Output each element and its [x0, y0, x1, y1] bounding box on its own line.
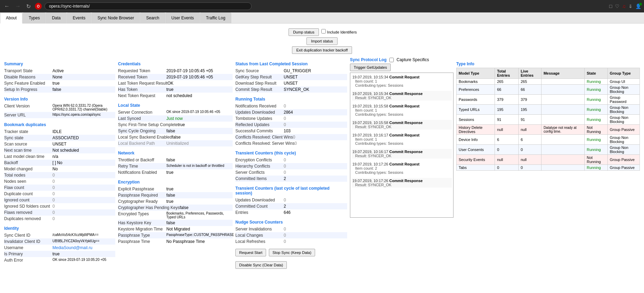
- local-state-section: Server ConnectionOK since 2019-07-19 10:…: [118, 109, 233, 146]
- encryption-section: Explicit Passphrasetrue Passphrase Requi…: [118, 186, 233, 245]
- browser-chrome: ← → ↻ O □ ♡ ♫ ⇓ 👤: [0, 0, 644, 12]
- disable-sync-button[interactable]: Disable Sync (Clear Data): [235, 261, 287, 269]
- kv-reflected-updates: Reflected Updates0: [235, 122, 347, 128]
- include-identifiers-label: Include Identifiers: [327, 30, 357, 34]
- kv-passphrase-required: Passphrase Requiredfalse: [118, 192, 233, 198]
- kv-requested-token: Requested Token2019-07-19 10:05:45 +05: [118, 68, 233, 74]
- tab-types[interactable]: Types: [23, 12, 46, 23]
- kv-received-token: Received Token2019-07-19 10:05:46 +05: [118, 74, 233, 80]
- trigger-get-updates-tab[interactable]: Trigger GetUpdates: [350, 64, 391, 71]
- summary-title: Summary: [4, 62, 115, 66]
- bookmark-duplicates-title: Bookmark duplicates: [4, 122, 115, 127]
- kv-server-connection: Server ConnectionOK since 2019-07-19 10:…: [118, 109, 233, 115]
- sync-protocol-log-title: Sync Protocol Log: [350, 57, 387, 62]
- kv-committed-count-last: Committed Count2: [235, 203, 347, 209]
- kv-has-keystore-key: Has Keystore Keyfalse: [118, 220, 233, 226]
- col-group-type: Group Type: [607, 68, 640, 79]
- kv-passphrase-type: Passphrase TypePassphraseType::CUSTOM_PA…: [118, 232, 233, 238]
- col-live-entries: Live Entries: [518, 68, 541, 79]
- column-2: Credentials Requested Token2019-07-19 10…: [118, 57, 235, 245]
- music-btn[interactable]: ♫: [622, 3, 626, 9]
- table-row: Passwords 379 379 Running Group Password: [457, 95, 640, 105]
- kv-notifications-received: Notifications Received0: [235, 103, 347, 109]
- include-identifiers-checkbox[interactable]: [321, 29, 326, 34]
- identity-section: Sync Client ID/caMoVu54cKXczMjdItPMA== I…: [4, 232, 115, 263]
- kv-total-nodes: Total nodes0: [4, 172, 115, 178]
- kv-conflicts-client: Conflicts Resolved: Client Wins0: [235, 134, 347, 140]
- table-row: History Delete Directives null null Data…: [457, 125, 640, 135]
- kv-entries-last: Entries646: [235, 209, 347, 216]
- kv-tracker-state: Tracker stateIDLE: [4, 129, 115, 135]
- table-row: Device Info 6 6 Running Group Non Blocki…: [457, 135, 640, 145]
- kv-retry-time: Retry TimeScheduler is not in backoff or…: [118, 163, 233, 169]
- col-message: Message: [541, 68, 584, 79]
- kv-keystore-migration-time: Keystore Migration TimeNot Migrated: [118, 226, 233, 232]
- request-start-button[interactable]: Request Start: [235, 249, 266, 256]
- running-totals-section: Notifications Received0 Updates Download…: [235, 103, 347, 146]
- profile-btn[interactable]: 👤: [635, 3, 641, 9]
- sync-log-area[interactable]: 19.07.2019, 10:15:34 Commit Request Item…: [350, 73, 453, 218]
- kv-last-token-result: Last Token Request ResultOK: [118, 80, 233, 86]
- kv-download-step: Download Step ResultUNSET: [235, 80, 347, 86]
- kv-tombstone-updates: Tombstone Updates0: [235, 115, 347, 122]
- log-entry-5: 19.07.2019, 10:16:17 Commit Request Item…: [352, 132, 452, 146]
- tab-events[interactable]: Events: [67, 12, 91, 23]
- tab-traffic-log[interactable]: Traffic Log: [200, 12, 231, 23]
- status-sections: Status from Last Completed Session Sync …: [235, 57, 347, 269]
- screenshot-btn[interactable]: □: [609, 3, 612, 9]
- sync-log-header: Sync Protocol Log Capture Specifics: [350, 57, 453, 62]
- capture-specifics-checkbox[interactable]: [389, 58, 394, 62]
- kv-duplicates-removed: Duplicates removed0: [4, 216, 115, 222]
- import-status-button[interactable]: Import status: [306, 37, 338, 45]
- running-totals-title: Running Totals: [235, 97, 347, 102]
- kv-server-conflicts: Server Conflicts0: [235, 169, 347, 176]
- kv-invalidator-client-id: Invalidator Client IDUB9BLJYiCZA0oyVkYpk…: [4, 238, 115, 245]
- back-button[interactable]: ←: [3, 2, 11, 10]
- stop-sync-button[interactable]: Stop Sync (Keep Data): [269, 249, 315, 256]
- tab-bar: About Types Data Events Sync Node Browse…: [0, 12, 644, 23]
- summary-section: Transport StateActive Disable ReasonsNon…: [4, 68, 115, 93]
- tab-search[interactable]: Search: [140, 12, 165, 23]
- heart-btn[interactable]: ♡: [615, 3, 619, 9]
- reload-button[interactable]: ↻: [25, 2, 32, 10]
- type-info-table: Model Type Total Entries Live Entries Me…: [456, 68, 640, 171]
- kv-scan-source: Scan sourceUNSET: [4, 141, 115, 147]
- kv-last-model-clean: Last model clean timen/a: [4, 153, 115, 160]
- address-bar[interactable]: [45, 2, 252, 10]
- tab-about[interactable]: About: [0, 12, 22, 23]
- kv-encryption-conflicts: Encryption Conflicts0: [235, 157, 347, 163]
- kv-throttled-backoff: Throttled or Backofffalse: [118, 157, 233, 163]
- kv-nodes-seen: Nodes seen0: [4, 178, 115, 185]
- dump-status-button[interactable]: Dump status: [289, 28, 319, 36]
- opera-logo: O: [35, 3, 42, 10]
- kv-is-primary: Is Primarytrue: [4, 251, 115, 257]
- log-entry-3: 19.07.2019, 10:15:58 Commit Request Item…: [352, 103, 452, 117]
- kv-local-sync-backend: Local Sync Backend Enabledfalse: [118, 134, 233, 140]
- version-info-section: Client VersionOpera WIN 62.0.3331.72 (Op…: [4, 103, 115, 118]
- table-row: Security Events null null Not Running Gr…: [457, 155, 640, 165]
- tab-user-events[interactable]: User Events: [166, 12, 200, 23]
- kv-sync-state: Sync stateASSOCIATED: [4, 135, 115, 141]
- kv-client-version: Client VersionOpera WIN 62.0.3331.72 (Op…: [4, 103, 115, 112]
- kv-notifications-enabled: Notifications Enabledtrue: [118, 169, 233, 176]
- kv-commit-step: Commit Step ResultSYNCER_OK: [235, 86, 347, 93]
- column-3-top: Status from Last Completed Session Sync …: [235, 57, 453, 269]
- kv-getkey-step: GetKey Step ResultUNSET: [235, 74, 347, 80]
- kv-flaw-count: Flaw count0: [4, 185, 115, 191]
- kv-updates-dl-last: Updates Downloaded0: [235, 197, 347, 203]
- log-entry-1: 19.07.2019, 10:15:34 Commit Request Item…: [352, 74, 452, 88]
- log-entry-4: 19.07.2019, 10:15:58 Commit Response Res…: [352, 120, 452, 130]
- column-1: Summary Transport StateActive Disable Re…: [4, 57, 118, 263]
- download-btn[interactable]: ⇓: [628, 3, 633, 9]
- sync-protocol-log-section: Sync Protocol Log Capture Specifics Trig…: [350, 57, 453, 269]
- kv-committed-items: Committed Items2: [235, 176, 347, 182]
- forward-button[interactable]: →: [14, 2, 22, 10]
- status-last-session-title: Status from Last Completed Session: [235, 62, 347, 66]
- kv-backoff: Backoff[ ] No: [4, 160, 115, 166]
- local-state-title: Local State: [118, 103, 233, 108]
- encryption-title: Encryption: [118, 180, 233, 185]
- tab-sync-node-browser[interactable]: Sync Node Browser: [91, 12, 140, 23]
- kv-updates-downloaded: Updates Downloaded2864: [235, 109, 347, 115]
- exit-duplication-button[interactable]: Exit duplication tracker backoff: [292, 46, 352, 54]
- tab-data[interactable]: Data: [46, 12, 66, 23]
